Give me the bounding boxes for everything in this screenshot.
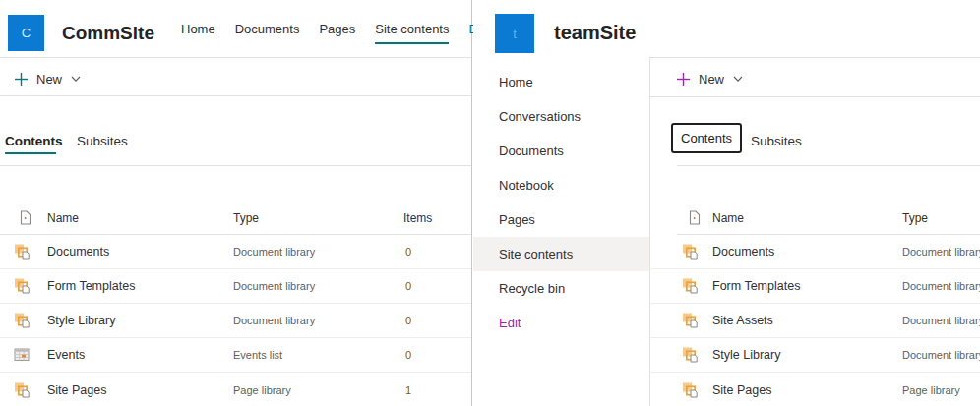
document-library-icon bbox=[682, 347, 699, 364]
page-icon bbox=[18, 209, 34, 226]
teamsite-panel: t teamSite Home Conversations Documents … bbox=[473, 0, 980, 406]
table-row[interactable]: Site Assets Document library bbox=[649, 304, 980, 338]
teamsite-title[interactable]: teamSite bbox=[554, 22, 636, 44]
row-name[interactable]: Site Assets bbox=[712, 314, 773, 327]
divider bbox=[0, 95, 471, 96]
row-type: Document library bbox=[233, 246, 315, 258]
row-name[interactable]: Documents bbox=[712, 245, 774, 259]
nav-item-documents[interactable]: Documents bbox=[235, 18, 300, 40]
commsite-title[interactable]: CommSite bbox=[62, 23, 154, 44]
sidebar-item-recycle-bin[interactable]: Recycle bin bbox=[473, 271, 649, 306]
table-row[interactable]: Site Pages Page library 1 bbox=[0, 373, 471, 406]
row-name[interactable]: Site Pages bbox=[47, 383, 106, 397]
row-name[interactable]: Form Templates bbox=[712, 279, 800, 293]
commsite-logo[interactable]: C bbox=[8, 15, 44, 51]
sidebar-item-notebook[interactable]: Notebook bbox=[473, 168, 649, 203]
commsite-logo-letter: C bbox=[22, 26, 31, 40]
row-name[interactable]: Site Pages bbox=[712, 383, 771, 397]
sidebar-item-edit[interactable]: Edit bbox=[473, 306, 649, 340]
row-items: 0 bbox=[405, 315, 411, 326]
row-name[interactable]: Style Library bbox=[712, 348, 780, 362]
row-name[interactable]: Documents bbox=[47, 245, 109, 259]
divider bbox=[0, 57, 471, 58]
column-header-type[interactable]: Type bbox=[902, 211, 928, 225]
document-library-icon bbox=[682, 278, 699, 295]
teamsite-logo-letter: t bbox=[513, 27, 517, 41]
sidebar-item-home[interactable]: Home bbox=[473, 65, 649, 99]
row-type: Page library bbox=[233, 384, 291, 396]
table-header: Name Type Items bbox=[0, 202, 471, 234]
plus-icon bbox=[14, 72, 29, 87]
tab-subsites[interactable]: Subsites bbox=[751, 134, 802, 148]
divider bbox=[649, 96, 980, 97]
column-header-name[interactable]: Name bbox=[712, 211, 744, 225]
table-header: Name Type bbox=[649, 202, 980, 234]
table-row[interactable]: Form Templates Document library bbox=[649, 269, 980, 304]
table-row[interactable]: Style Library Document library bbox=[649, 338, 980, 373]
table-row[interactable]: Documents Document library 0 bbox=[0, 235, 471, 269]
new-button[interactable]: New bbox=[14, 67, 82, 90]
new-button-label: New bbox=[699, 72, 724, 87]
sidebar-item-conversations[interactable]: Conversations bbox=[473, 99, 649, 134]
new-button[interactable]: New bbox=[676, 67, 744, 90]
document-library-icon bbox=[682, 244, 699, 261]
commsite-panel: C CommSite Home Documents Pages Site con… bbox=[0, 0, 472, 406]
table-row[interactable]: Style Library Document library 0 bbox=[0, 304, 471, 338]
commsite-top-nav: Home Documents Pages Site contents Edit bbox=[181, 0, 491, 57]
plus-icon bbox=[676, 72, 691, 87]
nav-item-home[interactable]: Home bbox=[181, 18, 215, 40]
row-type: Document library bbox=[902, 349, 980, 361]
divider bbox=[0, 165, 471, 166]
row-name[interactable]: Style Library bbox=[47, 314, 115, 327]
document-library-icon bbox=[14, 244, 31, 261]
nav-item-pages[interactable]: Pages bbox=[319, 18, 355, 40]
row-name[interactable]: Events bbox=[47, 348, 85, 362]
row-type: Document library bbox=[233, 280, 315, 292]
chevron-down-icon bbox=[70, 73, 82, 85]
document-library-icon bbox=[682, 381, 699, 398]
document-library-icon bbox=[14, 278, 31, 295]
teamsite-sidebar: Home Conversations Documents Notebook Pa… bbox=[473, 57, 649, 406]
new-button-label: New bbox=[36, 72, 62, 87]
row-items: 1 bbox=[405, 384, 411, 396]
row-type: Document library bbox=[902, 280, 980, 292]
table-row[interactable]: Site Pages Page library bbox=[649, 373, 980, 406]
sidebar-item-pages[interactable]: Pages bbox=[473, 203, 649, 237]
document-library-icon bbox=[14, 313, 31, 329]
tab-contents[interactable]: Contents bbox=[671, 123, 742, 153]
teamsite-logo[interactable]: t bbox=[495, 14, 534, 53]
table-row[interactable]: Form Templates Document library 0 bbox=[0, 269, 471, 304]
contents-table: Documents Document library 0 Form Templa… bbox=[0, 234, 471, 406]
column-header-items[interactable]: Items bbox=[403, 211, 432, 225]
tab-subsites[interactable]: Subsites bbox=[77, 134, 128, 148]
row-type: Document library bbox=[902, 246, 980, 258]
row-items: 0 bbox=[405, 280, 411, 292]
tab-contents-underline bbox=[5, 152, 56, 154]
column-header-type[interactable]: Type bbox=[233, 211, 259, 225]
row-type: Document library bbox=[902, 315, 980, 326]
teamsite-main: New Contents Subsites Name Type Document… bbox=[649, 0, 980, 406]
row-type: Document library bbox=[233, 315, 315, 326]
chevron-down-icon bbox=[732, 73, 744, 85]
events-list-icon bbox=[14, 347, 31, 364]
row-items: 0 bbox=[405, 246, 411, 258]
tab-contents[interactable]: Contents bbox=[5, 134, 63, 148]
row-type: Page library bbox=[902, 384, 960, 396]
table-row[interactable]: Events Events list 0 bbox=[0, 338, 471, 373]
table-row[interactable]: Documents Document library bbox=[649, 235, 980, 269]
row-name[interactable]: Form Templates bbox=[47, 279, 135, 293]
column-header-name[interactable]: Name bbox=[47, 211, 79, 225]
row-items: 0 bbox=[405, 349, 411, 361]
row-type: Events list bbox=[233, 349, 282, 361]
document-library-icon bbox=[682, 313, 699, 329]
contents-table: Documents Document library Form Template… bbox=[649, 234, 980, 406]
sidebar-item-documents[interactable]: Documents bbox=[473, 134, 649, 168]
nav-item-site-contents[interactable]: Site contents bbox=[375, 18, 449, 40]
divider bbox=[677, 165, 980, 166]
document-library-icon bbox=[14, 381, 31, 398]
sidebar-item-site-contents[interactable]: Site contents bbox=[473, 237, 649, 271]
page-icon bbox=[687, 209, 704, 226]
